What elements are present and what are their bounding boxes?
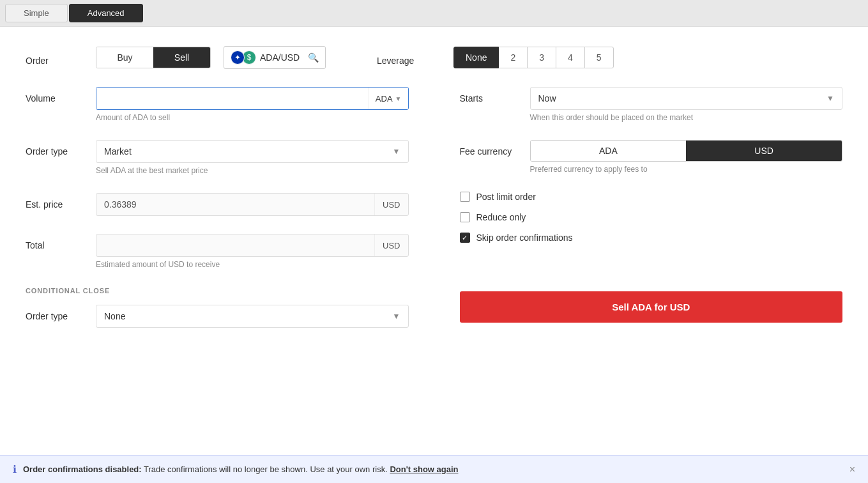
starts-label: Starts (460, 87, 530, 103)
conditional-order-type-control: None ▼ (96, 305, 409, 328)
tab-bar: Simple Advanced (0, 0, 868, 27)
order-controls: Buy Sell ✦ $ ADA/USD 🔍 (96, 46, 326, 69)
leverage-label: Leverage (377, 49, 453, 66)
post-limit-order-row: Post limit order (460, 192, 843, 202)
volume-row: Volume ADA ▼ Amount of ADA to sell (26, 87, 409, 122)
volume-control: ADA ▼ Amount of ADA to sell (96, 87, 409, 122)
total-hint: Estimated amount of USD to receive (96, 260, 409, 269)
pair-name: ADA/USD (260, 52, 300, 63)
total-group: USD (96, 234, 409, 257)
search-icon[interactable]: 🔍 (308, 52, 319, 63)
total-control: USD Estimated amount of USD to receive (96, 234, 409, 269)
est-price-group: USD (96, 193, 409, 216)
conditional-order-type-select[interactable]: None ▼ (96, 305, 409, 328)
main-content: Order Buy Sell ✦ $ ADA/USD 🔍 Leverage No… (0, 27, 868, 474)
conditional-close-section: CONDITIONAL CLOSE Order type None ▼ (26, 287, 409, 328)
post-limit-order-checkbox[interactable] (460, 192, 470, 202)
form-grid: Volume ADA ▼ Amount of ADA to sell Order… (26, 87, 842, 346)
leverage-3[interactable]: 3 (527, 47, 556, 68)
skip-confirmations-label[interactable]: Skip order confirmations (476, 233, 573, 243)
est-price-currency-label: USD (383, 200, 400, 210)
volume-currency-label: ADA (376, 94, 393, 103)
fee-ada-button[interactable]: ADA (531, 141, 687, 161)
leverage-2[interactable]: 2 (498, 47, 528, 68)
fee-currency-hint: Preferred currency to apply fees to (530, 165, 843, 174)
conditional-close-label: CONDITIONAL CLOSE (26, 287, 409, 295)
tab-advanced[interactable]: Advanced (69, 4, 143, 22)
buy-button[interactable]: Buy (96, 47, 153, 68)
conditional-order-type-value: None (96, 305, 385, 327)
buy-sell-toggle: Buy Sell (96, 47, 211, 68)
total-input (96, 234, 374, 256)
volume-input-group: ADA ▼ (96, 87, 409, 110)
conditional-order-arrow: ▼ (385, 312, 408, 321)
leverage-5[interactable]: 5 (584, 47, 614, 68)
fee-usd-button[interactable]: USD (686, 141, 842, 161)
leverage-4[interactable]: 4 (556, 47, 585, 68)
reduce-only-row: Reduce only (460, 212, 843, 222)
order-row: Order Buy Sell ✦ $ ADA/USD 🔍 Leverage No… (26, 46, 842, 69)
pair-selector[interactable]: ✦ $ ADA/USD 🔍 (224, 46, 326, 69)
volume-hint: Amount of ADA to sell (96, 113, 409, 122)
fee-currency-label: Fee currency (460, 140, 530, 157)
starts-select[interactable]: Now ▼ (530, 87, 843, 110)
total-currency: USD (374, 234, 407, 256)
est-price-row: Est. price USD (26, 193, 409, 216)
tab-simple[interactable]: Simple (5, 4, 68, 22)
chevron-down-icon: ▼ (395, 95, 402, 102)
est-price-label: Est. price (26, 193, 96, 210)
info-icon: ℹ (13, 463, 17, 474)
order-type-row: Order type Market ▼ Sell ADA at the best… (26, 140, 409, 175)
starts-control: Now ▼ When this order should be placed o… (530, 87, 843, 122)
skip-confirmations-row: Skip order confirmations (460, 233, 843, 243)
order-label: Order (26, 49, 96, 66)
order-type-select[interactable]: Market ▼ (96, 140, 409, 163)
conditional-order-type-row: Order type None ▼ (26, 305, 409, 328)
fee-currency-row: Fee currency ADA USD Preferred currency … (460, 140, 843, 174)
reduce-only-label[interactable]: Reduce only (476, 212, 526, 222)
fee-currency-control: ADA USD Preferred currency to apply fees… (530, 140, 843, 174)
ada-icon: ✦ (231, 50, 245, 65)
order-type-value: Market (96, 141, 385, 162)
fee-currency-toggle: ADA USD (530, 140, 843, 162)
volume-input[interactable] (96, 88, 369, 109)
dont-show-link[interactable]: Don't show again (390, 464, 458, 474)
notification-text: Order confirmations disabled: Trade conf… (23, 464, 837, 474)
starts-hint: When this order should be placed on the … (530, 113, 843, 122)
est-price-currency: USD (374, 194, 407, 215)
sell-button[interactable]: Sell ADA for USD (460, 291, 843, 323)
total-currency-label: USD (383, 241, 400, 250)
volume-label: Volume (26, 87, 96, 103)
starts-row: Starts Now ▼ When this order should be p… (460, 87, 843, 122)
notification-close-icon[interactable]: × (849, 464, 855, 475)
total-label: Total (26, 234, 96, 250)
starts-value: Now (531, 88, 819, 109)
starts-arrow: ▼ (819, 94, 842, 103)
est-price-control: USD (96, 193, 409, 216)
order-type-control: Market ▼ Sell ADA at the best market pri… (96, 140, 409, 175)
notification-body: Trade confirmations will no longer be sh… (142, 464, 388, 474)
order-type-label: Order type (26, 140, 96, 157)
post-limit-order-label[interactable]: Post limit order (476, 192, 536, 202)
order-type-hint: Sell ADA at the best market price (96, 166, 409, 175)
sell-button[interactable]: Sell (153, 47, 210, 68)
notification-bold: Order confirmations disabled: (23, 464, 142, 474)
order-type-arrow: ▼ (385, 147, 408, 156)
notification-bar: ℹ Order confirmations disabled: Trade co… (0, 455, 868, 474)
leverage-none[interactable]: None (453, 47, 499, 68)
volume-currency[interactable]: ADA ▼ (369, 88, 408, 109)
leverage-group: None 2 3 4 5 (453, 47, 614, 68)
total-row: Total USD Estimated amount of USD to rec… (26, 234, 409, 269)
reduce-only-checkbox[interactable] (460, 212, 470, 222)
skip-confirmations-checkbox[interactable] (460, 233, 470, 243)
est-price-input (96, 194, 374, 215)
right-column: Starts Now ▼ When this order should be p… (460, 87, 843, 346)
checkboxes-section: Post limit order Reduce only Skip order … (460, 192, 843, 243)
left-column: Volume ADA ▼ Amount of ADA to sell Order… (26, 87, 409, 346)
pair-icons: ✦ $ (231, 50, 256, 65)
conditional-order-type-label: Order type (26, 305, 96, 321)
